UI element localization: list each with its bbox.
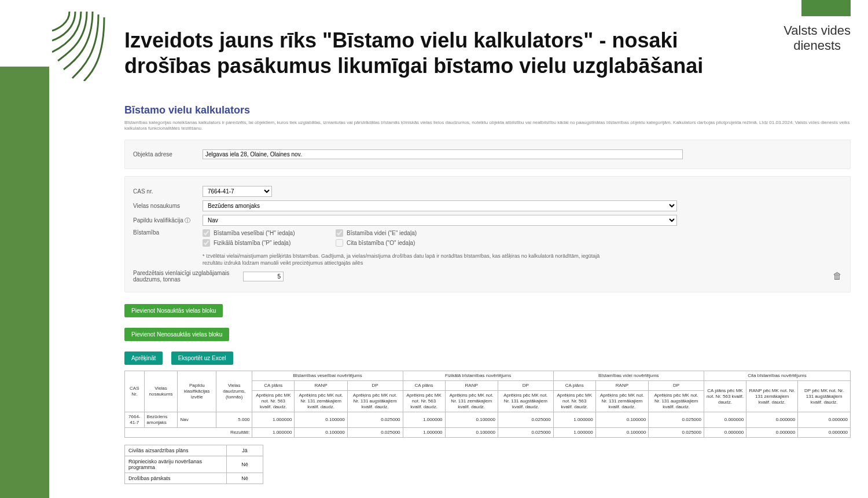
hazard-o-checkbox[interactable]: Cita bīstamība ("O" iedaļa): [336, 239, 451, 247]
substance-name-label: Vielas nosaukums: [133, 203, 203, 209]
cas-label: CAS nr.: [133, 188, 203, 195]
page-headline: Izveidots jauns rīks "Bīstamo vielu kalk…: [124, 28, 718, 79]
hazard-note: * Izvēlētai vielai/maisījumam piešķirtās…: [203, 252, 619, 266]
cas-select[interactable]: 7664-41-7: [203, 186, 272, 197]
export-excel-button[interactable]: Eksportēt uz Excel: [171, 351, 233, 365]
brand-accent-block: [801, 0, 851, 16]
address-panel: Objekta adrese: [124, 140, 851, 169]
table-totals-row: Rezultāti: 1.000000 0.100000 0.025000 1.…: [125, 428, 851, 438]
brand-line1: Valsts vides: [784, 23, 851, 38]
calculator-title: Bīstamo vielu kalkulators: [124, 104, 851, 116]
calculator-subtitle: Bīstamības kategorijas noteikšanas kalku…: [124, 120, 851, 131]
calculate-button[interactable]: Aprēķināt: [124, 351, 163, 365]
col-qty: Vielas daudzums, (tonnās): [216, 371, 252, 412]
col-name: Vielas nosaukums: [144, 371, 178, 412]
address-input[interactable]: [203, 149, 683, 159]
colgroup-environment: Bīstamības videi novērtējums: [553, 371, 704, 381]
summary-row: Drošības pārskats Nē: [125, 473, 263, 484]
col-qual: Papildu klasifikācijas izvēle: [178, 371, 216, 412]
table-row: 7664-41-7 Bezūdens amonjaks Nav 5.000 1.…: [125, 412, 851, 428]
address-label: Objekta adrese: [133, 151, 203, 158]
qualification-label: Papildu kvalifikācija ⓘ: [133, 217, 203, 225]
quantity-label: Paredzētais vienlaicīgi uzglabājamais da…: [133, 270, 243, 283]
substance-panel: CAS nr. 7664-41-7 Vielas nosaukums Bezūd…: [124, 176, 851, 292]
quantity-input[interactable]: [243, 272, 284, 281]
summary-row: Civilās aizsardzības plāns Jā: [125, 445, 263, 456]
colgroup-other: Cita bīstamības novērtējums: [704, 371, 850, 381]
brand-text: Valsts vides dienests: [784, 23, 851, 53]
col-cas: CAS Nr.: [125, 371, 145, 412]
hazard-e-checkbox[interactable]: Bīstamība videi ("E" iedaļa): [336, 229, 451, 237]
hazard-checkbox-group: Bīstamība veselībai ("H" iedaļa) Bīstamī…: [203, 229, 619, 266]
brand-line2: dienests: [784, 38, 851, 53]
substance-name-select[interactable]: Bezūdens amonjaks: [203, 200, 677, 211]
colgroup-health: Bīstamības veselībai novērtējums: [252, 371, 403, 381]
hazard-p-checkbox[interactable]: Fizikālā bīstamība ("P" iedaļa): [203, 239, 318, 247]
hazard-label: Bīstamība: [133, 229, 203, 236]
hazard-h-checkbox[interactable]: Bīstamība veselībai ("H" iedaļa): [203, 229, 318, 237]
add-unnamed-substance-button[interactable]: Pievienot Nenosauktās vielas bloku: [124, 328, 229, 341]
summary-row: Rūpniecisko avāriju novēršanas programma…: [125, 456, 263, 473]
summary-table: Civilās aizsardzības plāns Jā Rūpniecisk…: [124, 445, 263, 484]
add-named-substance-button[interactable]: Pievienot Nosauktās vielas bloku: [124, 304, 223, 317]
delete-row-icon[interactable]: 🗑: [833, 271, 842, 281]
left-accent-bar: [0, 67, 49, 498]
results-table: CAS Nr. Vielas nosaukums Papildu klasifi…: [124, 371, 851, 438]
vvd-logo-icon: [52, 12, 110, 81]
qualification-select[interactable]: Nav: [203, 215, 677, 226]
colgroup-physical: Fizikālā bīstamības novērtējums: [403, 371, 553, 381]
